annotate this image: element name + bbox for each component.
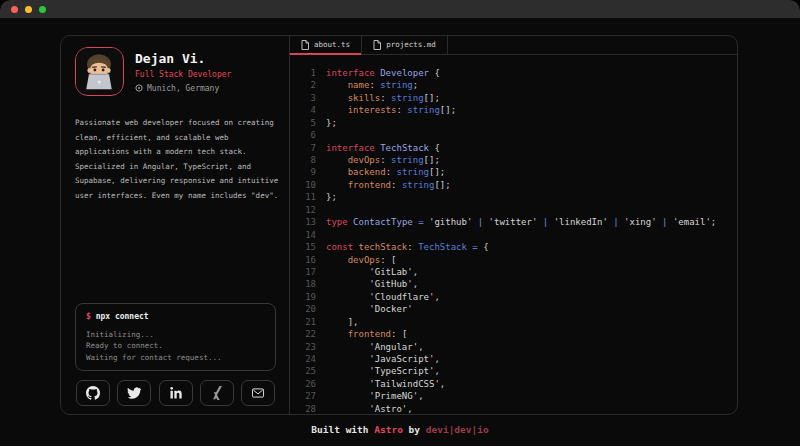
github-icon — [86, 386, 100, 400]
xing-button[interactable] — [200, 380, 234, 406]
linkedin-icon — [170, 387, 182, 400]
code-line: 2 name: string; — [300, 79, 737, 91]
code-line: 28 'Astro', — [300, 403, 737, 414]
bio-line: Specialized in Angular, TypeScript, and — [75, 160, 276, 175]
linkedin-button[interactable] — [159, 380, 193, 406]
github-button[interactable] — [76, 380, 110, 406]
code-line: 9 backend: string[]; — [300, 166, 737, 178]
file-icon — [373, 40, 381, 50]
footer-built-with: Built with — [311, 424, 374, 435]
code-line: 5}; — [300, 117, 737, 129]
footer-brand-link[interactable]: devi|dev|io — [426, 424, 489, 435]
code-line: 22 frontend: [ — [300, 328, 737, 340]
browser-window: Dejan Vi. Full Stack Developer Munich, G… — [0, 0, 800, 446]
social-links — [75, 380, 276, 406]
twitter-button[interactable] — [117, 380, 151, 406]
code-line: 16 devOps: [ — [300, 254, 737, 266]
code-line: 8 devOps: string[]; — [300, 154, 737, 166]
terminal-command-text: npx connect — [91, 312, 149, 321]
bio-line: Supabase, delivering responsive and intu… — [75, 174, 276, 189]
email-icon — [251, 386, 265, 400]
tab-label: about.ts — [314, 40, 350, 49]
code-line: 4 interests: string[]; — [300, 104, 737, 116]
xing-icon — [211, 386, 222, 400]
bio-line: clean, efficient, and scalable web — [75, 131, 276, 146]
file-icon — [301, 40, 309, 50]
code-line: 23 'Angular', — [300, 341, 737, 353]
editor-tabbar: about.ts projects.md — [290, 36, 737, 55]
terminal-widget: $ npx connect Initializing... Ready to c… — [75, 303, 276, 372]
code-line: 3 skills: string[]; — [300, 92, 737, 104]
profile-header: Dejan Vi. Full Stack Developer Munich, G… — [75, 47, 276, 96]
code-line: 10 frontend: string[]; — [300, 179, 737, 191]
tab-projects-md[interactable]: projects.md — [362, 36, 448, 54]
traffic-light-zoom[interactable] — [39, 6, 46, 13]
terminal-output-line: Initializing... — [86, 329, 265, 341]
bio-line: Passionate web developer focused on crea… — [75, 116, 276, 131]
code-line: 26 'TailwindCSS', — [300, 378, 737, 390]
code-line: 18 'GitHub', — [300, 278, 737, 290]
avatar — [75, 47, 124, 96]
code-line: 12 — [300, 204, 737, 216]
tab-about-ts[interactable]: about.ts — [290, 36, 362, 54]
profile-name: Dejan Vi. — [135, 51, 231, 66]
profile-role: Full Stack Developer — [135, 70, 231, 79]
code-line: 7interface TechStack { — [300, 142, 737, 154]
code-editor: about.ts projects.md 1interface Develope… — [290, 36, 737, 414]
code-line: 6 — [300, 129, 737, 141]
location-icon — [135, 84, 143, 92]
footer: Built with Astro by devi|dev|io — [0, 424, 800, 435]
code-line: 17 'GitLab', — [300, 266, 737, 278]
twitter-icon — [127, 386, 141, 400]
code-line: 25 'TypeScript', — [300, 365, 737, 377]
profile-location: Munich, Germany — [135, 84, 231, 93]
tab-label: projects.md — [386, 40, 436, 49]
code-line: 11}; — [300, 191, 737, 203]
terminal-output-line: Waiting for contact request... — [86, 352, 265, 364]
code-line: 14 — [300, 229, 737, 241]
footer-astro-link[interactable]: Astro — [374, 424, 403, 435]
portfolio-card: Dejan Vi. Full Stack Developer Munich, G… — [60, 35, 738, 415]
location-text: Munich, Germany — [147, 84, 219, 93]
traffic-light-close[interactable] — [11, 6, 18, 13]
code-lines: 1interface Developer {2 name: string;3 s… — [290, 55, 737, 414]
identity-block: Dejan Vi. Full Stack Developer Munich, G… — [135, 51, 231, 93]
code-line: 13type ContactType = 'github' | 'twitter… — [300, 216, 737, 228]
code-line: 19 'Cloudflare', — [300, 291, 737, 303]
code-line: 27 'PrimeNG', — [300, 390, 737, 402]
code-line: 21 ], — [300, 316, 737, 328]
memoji-developer-icon — [76, 48, 122, 94]
bio-text: Passionate web developer focused on crea… — [75, 116, 276, 204]
email-button[interactable] — [241, 380, 275, 406]
code-line: 15const techStack: TechStack = { — [300, 241, 737, 253]
code-line: 24 'JavaScript', — [300, 353, 737, 365]
code-line: 1interface Developer { — [300, 67, 737, 79]
bio-line: applications with a modern tech stack. — [75, 145, 276, 160]
footer-by: by — [403, 424, 426, 435]
terminal-output-line: Ready to connect. — [86, 340, 265, 352]
code-line: 20 'Docker' — [300, 303, 737, 315]
traffic-light-minimize[interactable] — [25, 6, 32, 13]
profile-pane: Dejan Vi. Full Stack Developer Munich, G… — [61, 36, 290, 414]
titlebar — [0, 0, 800, 18]
terminal-command: $ npx connect — [86, 312, 265, 321]
bio-line: user interfaces. Even my name includes "… — [75, 189, 276, 204]
